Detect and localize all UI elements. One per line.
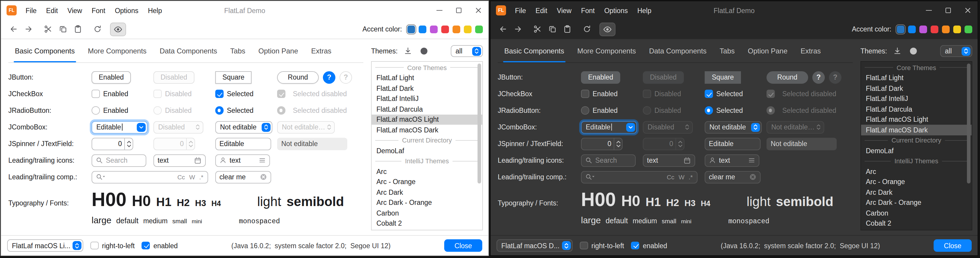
close-button[interactable]: Close <box>444 239 482 252</box>
accent-swatch-7[interactable] <box>964 25 972 33</box>
minimize-button[interactable] <box>430 1 449 20</box>
enabled-checkbox[interactable]: enabled <box>142 242 178 250</box>
window-close-button[interactable] <box>469 1 488 20</box>
spinner[interactable]: 0 <box>92 138 133 150</box>
menu-font[interactable]: Font <box>87 1 110 20</box>
download-themes-button[interactable] <box>402 45 414 57</box>
theme-list-item[interactable]: FlatLaf macOS Dark <box>372 125 482 135</box>
regex-button[interactable]: .* <box>199 173 204 180</box>
radio-selected[interactable] <box>215 107 223 115</box>
refresh-button[interactable] <box>91 22 105 36</box>
lookandfeel-combobox[interactable]: FlatLaf macOS D... <box>496 239 573 252</box>
clearable-field[interactable]: clear me <box>705 171 760 183</box>
help-button[interactable]: ? <box>323 71 336 84</box>
square-button[interactable]: Square <box>215 71 251 84</box>
search-field[interactable]: Search <box>581 154 636 166</box>
spinner[interactable]: 0 <box>581 138 623 150</box>
maximize-button[interactable] <box>939 1 958 20</box>
checkbox-selected[interactable] <box>705 90 713 98</box>
tab-option-pane[interactable]: Option Pane <box>252 39 304 62</box>
accent-swatch-7[interactable] <box>475 25 483 33</box>
accent-swatch-1[interactable] <box>897 25 904 33</box>
accent-swatch-6[interactable] <box>953 25 961 33</box>
accent-swatch-4[interactable] <box>441 25 449 33</box>
tab-option-pane[interactable]: Option Pane <box>741 39 794 62</box>
editable-combobox[interactable]: Editable <box>92 121 148 133</box>
enabled-checkbox[interactable]: enabled <box>631 242 667 250</box>
checkbox-enabled[interactable] <box>581 90 589 98</box>
forward-button[interactable] <box>511 22 525 36</box>
menu-list-icon[interactable] <box>259 157 266 164</box>
radio-selected[interactable] <box>705 107 713 115</box>
github-button[interactable] <box>418 45 430 57</box>
theme-filter-combobox[interactable]: all <box>451 45 483 57</box>
enabled-button[interactable]: Enabled <box>92 71 131 84</box>
not-editable-combobox[interactable]: Not editable <box>705 121 762 133</box>
round-button[interactable]: Round <box>767 71 808 84</box>
tab-tabs[interactable]: Tabs <box>713 39 741 62</box>
back-button[interactable] <box>6 22 21 36</box>
menu-help[interactable]: Help <box>632 1 656 20</box>
menu-options[interactable]: Options <box>110 1 143 20</box>
tab-more-components[interactable]: More Components <box>571 39 642 62</box>
menu-file[interactable]: File <box>510 1 531 20</box>
github-button[interactable] <box>907 45 920 57</box>
theme-list-item[interactable]: Carbon <box>861 208 972 218</box>
theme-filter-combobox[interactable]: all <box>940 45 972 57</box>
theme-list-item[interactable]: FlatLaf Dark <box>372 83 482 93</box>
theme-list-item[interactable]: Cobalt 2 <box>372 218 482 229</box>
date-field[interactable]: text <box>153 154 206 166</box>
accent-swatch-5[interactable] <box>942 25 950 33</box>
menu-options[interactable]: Options <box>600 1 632 20</box>
cut-button[interactable] <box>530 22 545 36</box>
theme-list-item[interactable]: Arc Dark <box>861 187 972 198</box>
theme-list-item[interactable]: Arc - Orange <box>372 177 482 187</box>
theme-list-item[interactable]: Arc Dark - Orange <box>372 198 482 208</box>
not-editable-combobox[interactable]: Not editable <box>215 121 272 133</box>
menu-view[interactable]: View <box>552 1 576 20</box>
menu-edit[interactable]: Edit <box>531 1 552 20</box>
themes-scrollbar[interactable] <box>966 62 971 229</box>
tab-data-components[interactable]: Data Components <box>153 39 224 62</box>
theme-list-item[interactable]: FlatLaf macOS Light <box>372 114 482 125</box>
search-with-options-field[interactable]: Cc W .* <box>581 171 698 183</box>
theme-list-item[interactable]: Carbon <box>372 208 482 218</box>
clear-icon[interactable] <box>749 173 756 180</box>
search-dropdown-icon[interactable] <box>585 173 595 180</box>
accent-swatch-1[interactable] <box>407 25 415 33</box>
theme-list-item[interactable]: Cobalt 2 <box>861 218 972 229</box>
show-hidden-toggle-button[interactable] <box>600 22 616 36</box>
scrollbar-thumb[interactable] <box>477 63 481 184</box>
spinner-arrows-icon[interactable] <box>614 138 622 149</box>
tab-data-components[interactable]: Data Components <box>643 39 713 62</box>
accent-swatch-4[interactable] <box>931 25 939 33</box>
accent-swatch-3[interactable] <box>430 25 438 33</box>
checkbox-enabled[interactable] <box>92 90 100 98</box>
tab-extras[interactable]: Extras <box>305 39 338 62</box>
accent-swatch-3[interactable] <box>920 25 927 33</box>
clearable-field[interactable]: clear me <box>215 171 271 183</box>
regex-button[interactable]: .* <box>688 173 694 180</box>
tab-extras[interactable]: Extras <box>794 39 827 62</box>
download-themes-button[interactable] <box>891 45 903 57</box>
clear-icon[interactable] <box>260 173 267 180</box>
match-case-button[interactable]: Cc <box>177 173 186 180</box>
right-to-left-checkbox[interactable]: right-to-left <box>91 242 135 250</box>
menu-font[interactable]: Font <box>576 1 600 20</box>
menu-file[interactable]: File <box>21 1 41 20</box>
paste-button[interactable] <box>560 22 574 36</box>
cut-button[interactable] <box>41 22 55 36</box>
spinner-arrows-icon[interactable] <box>124 138 133 149</box>
tab-basic-components[interactable]: Basic Components <box>498 39 571 62</box>
theme-list-item[interactable]: FlatLaf Darcula <box>372 104 482 114</box>
theme-list-item[interactable]: Arc Dark - Orange <box>861 198 972 208</box>
close-button[interactable]: Close <box>934 239 972 252</box>
theme-list-item[interactable]: Arc Dark <box>372 187 482 198</box>
match-case-button[interactable]: Cc <box>666 173 675 180</box>
theme-list-item[interactable]: DemoLaf <box>372 146 482 156</box>
user-field[interactable]: text <box>705 154 759 166</box>
paste-button[interactable] <box>71 22 85 36</box>
radio-enabled[interactable] <box>581 107 589 115</box>
forward-button[interactable] <box>21 22 36 36</box>
theme-list-item[interactable]: FlatLaf Darcula <box>861 104 972 114</box>
